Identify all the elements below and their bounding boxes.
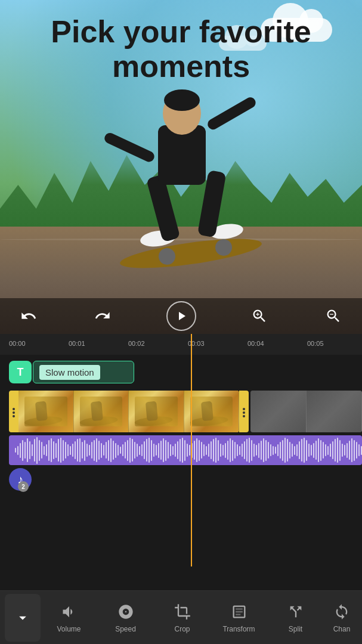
change-label: Chan <box>333 625 351 633</box>
time-mark-2: 00:02 <box>128 340 145 347</box>
svg-rect-16 <box>35 401 48 421</box>
video-track <box>0 391 362 432</box>
video-clip-3 <box>129 391 184 432</box>
text-clip[interactable]: Slow motion <box>33 361 134 383</box>
secondary-clip-2 <box>307 391 363 432</box>
bottom-toolbar: Volume Speed Crop Transform <box>0 590 362 644</box>
svg-rect-10 <box>103 131 156 163</box>
time-mark-4: 00:04 <box>247 340 264 347</box>
time-mark-1: 00:01 <box>69 340 85 347</box>
video-handle-right[interactable] <box>239 391 249 432</box>
change-toolbar-item[interactable]: Chan <box>324 594 360 642</box>
svg-point-24 <box>243 411 245 414</box>
text-track-icon[interactable]: T <box>9 361 32 383</box>
svg-point-25 <box>243 415 245 417</box>
play-button[interactable] <box>166 301 196 331</box>
svg-point-15 <box>24 415 63 427</box>
video-clip-1 <box>18 391 74 432</box>
time-mark-0: 00:00 <box>9 340 26 347</box>
svg-point-21 <box>190 415 228 427</box>
speed-label: Speed <box>115 625 136 633</box>
video-preview: Pick your favorite moments <box>0 0 362 334</box>
svg-point-14 <box>13 415 15 417</box>
svg-rect-18 <box>90 401 103 421</box>
svg-rect-11 <box>206 95 258 132</box>
time-ruler: 00:00 00:01 00:02 00:03 00:04 00:05 <box>0 334 362 355</box>
music-track: ♪ 2 <box>0 468 362 498</box>
svg-point-19 <box>134 415 173 427</box>
transform-label: Transform <box>222 625 255 633</box>
zoom-in-button[interactable] <box>249 305 270 327</box>
speed-icon <box>116 602 135 621</box>
change-icon <box>332 602 351 621</box>
timeline-area: 00:00 00:01 00:02 00:03 00:04 00:05 T Sl… <box>0 334 362 566</box>
page-title: Pick your favorite moments <box>39 9 323 89</box>
video-clip-4 <box>184 391 240 432</box>
volume-label: Volume <box>57 625 81 633</box>
zoom-out-button[interactable] <box>323 305 344 327</box>
transform-toolbar-item[interactable]: Transform <box>211 594 267 642</box>
video-clip-2 <box>74 391 129 432</box>
text-clip-label: Slow motion <box>39 365 100 380</box>
video-handle-left[interactable] <box>9 391 18 432</box>
volume-toolbar-item[interactable]: Volume <box>41 594 97 642</box>
playback-controls <box>0 298 362 334</box>
time-mark-3: 00:03 <box>188 340 205 347</box>
speed-toolbar-item[interactable]: Speed <box>97 594 154 642</box>
svg-point-12 <box>13 408 15 410</box>
crop-toolbar-item[interactable]: Crop <box>154 594 211 642</box>
svg-rect-20 <box>146 401 158 421</box>
svg-point-17 <box>79 415 118 427</box>
video-clips-secondary <box>250 391 362 432</box>
secondary-clip-1 <box>250 391 307 432</box>
chevron-down-icon <box>13 608 32 627</box>
split-label: Split <box>289 625 302 633</box>
split-toolbar-item[interactable]: Split <box>267 594 324 642</box>
skater-figure <box>48 78 316 268</box>
undo-button[interactable] <box>18 305 39 327</box>
audio-waveform <box>9 435 362 465</box>
svg-point-23 <box>243 408 245 410</box>
transform-icon <box>230 602 249 621</box>
split-icon <box>286 602 305 621</box>
audio-track[interactable] <box>0 435 362 465</box>
text-track: T Slow motion <box>0 358 362 388</box>
svg-point-0 <box>119 233 264 268</box>
crop-label: Crop <box>174 625 190 633</box>
redo-button[interactable] <box>92 305 113 327</box>
volume-icon <box>60 602 79 621</box>
crop-icon <box>173 602 192 621</box>
svg-rect-22 <box>200 401 213 421</box>
music-number: 2 <box>18 481 29 492</box>
svg-point-13 <box>13 411 15 414</box>
collapse-button[interactable] <box>5 594 41 642</box>
title-area: Pick your favorite moments <box>0 0 362 98</box>
time-mark-5: 00:05 <box>307 340 324 347</box>
video-clips-main[interactable] <box>18 391 239 432</box>
